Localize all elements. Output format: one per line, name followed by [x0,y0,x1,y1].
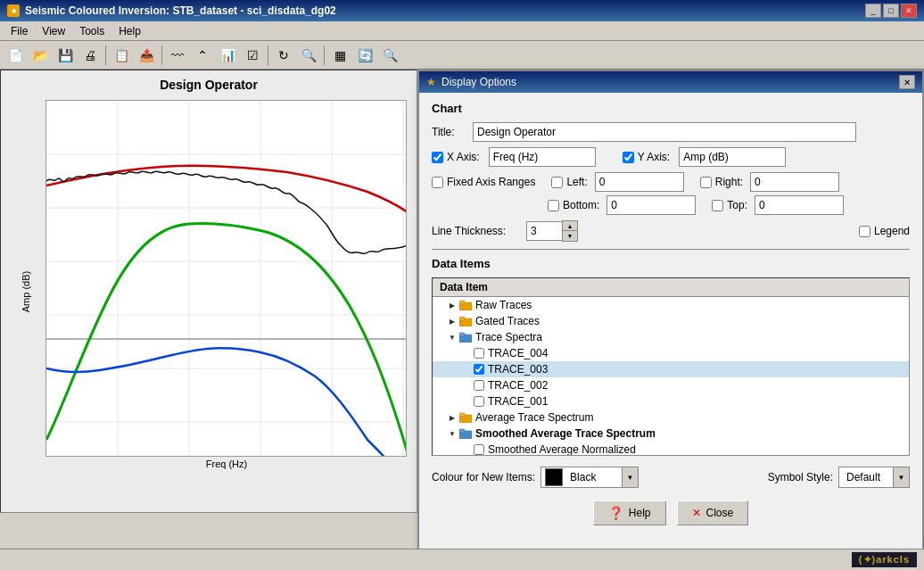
chart-ylabel: Amp (dB) [21,270,31,311]
svg-rect-25 [459,413,465,417]
color-dropdown-arrow[interactable]: ▼ [622,467,638,487]
color-dropdown[interactable]: Black ▼ [540,467,639,488]
menu-file[interactable]: File [4,23,35,39]
toolbar-open[interactable]: 📂 [29,44,52,67]
top-checkbox-label[interactable]: Top: [712,199,747,211]
toolbar-reset[interactable]: 🔄 [353,44,376,67]
spinner-down[interactable]: ▼ [563,231,577,241]
list-item[interactable]: ▼ Trace Spectra [433,329,909,345]
window-close-button[interactable]: ✕ [901,4,917,18]
maximize-button[interactable]: □ [883,4,899,18]
yaxis-checkbox[interactable] [623,152,634,163]
smoothed-norm-checkbox[interactable] [474,444,484,455]
help-label: Help [629,507,651,519]
legend-checkbox-label[interactable]: Legend [859,225,910,237]
line-thickness-spinner[interactable]: ▲ ▼ [526,220,578,242]
toolbar-save[interactable]: 💾 [54,44,77,67]
xaxis-input[interactable] [489,147,596,167]
data-items-tree[interactable]: Data Item ▶ Raw Traces ▶ Gated Traces [432,277,910,456]
toolbar-line[interactable]: 〰 [166,44,189,67]
list-item[interactable]: ▶ Gated Traces [433,313,909,329]
toolbar-refresh[interactable]: ↻ [272,44,295,67]
expand-smoothed-avg[interactable]: ▼ [447,428,458,439]
color-section: Colour for New Items: Black ▼ [432,467,639,488]
yaxis-label: Y Axis: [638,151,670,163]
trace-002-checkbox[interactable] [474,380,484,391]
expand-trace-spectra[interactable]: ▼ [447,332,458,343]
arkcls-logo: (✦)arkcls [852,552,917,567]
color-value: Black [566,471,622,483]
symbol-dropdown[interactable]: Default ▼ [838,467,910,488]
data-items-section: Data Items Data Item ▶ Raw Traces [432,257,910,525]
list-item[interactable]: Smoothed Average Normalized [433,442,909,456]
toolbar-print[interactable]: 🖨 [78,44,102,67]
toolbar-zoom2[interactable]: 🔍 [378,44,401,67]
toolbar-curve[interactable]: ⌃ [191,44,214,67]
menu-help[interactable]: Help [111,23,148,39]
trace-003-checkbox[interactable] [474,364,484,375]
symbol-dropdown-arrow[interactable]: ▼ [893,467,909,487]
divider-1 [432,249,910,250]
dialog-title-bar: ★ Display Options ✕ [419,71,922,93]
right-input[interactable] [750,172,839,192]
expand-avg-trace[interactable]: ▶ [447,412,458,423]
dialog-x-button[interactable]: ✕ [899,75,915,89]
toolbar-bar[interactable]: 📊 [216,44,239,67]
list-item[interactable]: TRACE_002 [433,377,909,393]
list-item[interactable]: TRACE_001 [433,393,909,409]
color-swatch [545,468,563,486]
toolbar-grid[interactable]: ▦ [328,44,351,67]
top-label: Top: [727,199,747,211]
trace-004-checkbox[interactable] [474,348,484,359]
expand-gated-traces[interactable]: ▶ [447,316,458,326]
toolbar-copy[interactable]: 📋 [110,44,133,67]
minimize-button[interactable]: _ [865,4,881,18]
expand-raw-traces[interactable]: ▶ [447,300,458,310]
help-button[interactable]: ❓ Help [593,500,666,525]
trace-001-checkbox[interactable] [474,396,484,407]
title-label: Title: [432,126,467,138]
toolbar: 📄 📂 💾 🖨 📋 📤 〰 ⌃ 📊 ☑ ↻ 🔍 ▦ 🔄 🔍 [0,41,924,70]
left-label: Left: [566,176,587,188]
right-checkbox-label[interactable]: Right: [700,176,743,188]
xaxis-checkbox[interactable] [432,152,443,163]
close-button[interactable]: ✕ Close [677,500,749,525]
title-input[interactable] [473,122,856,142]
list-item[interactable]: ▼ Smoothed Average Trace Spectrum [433,425,909,442]
line-thickness-input[interactable] [526,221,562,241]
left-checkbox[interactable] [551,177,563,188]
fixed-axis-checkbox[interactable] [432,177,443,188]
top-input[interactable] [755,195,844,215]
status-bar: (✦)arkcls [0,549,924,570]
toolbar-check[interactable]: ☑ [241,44,264,67]
toolbar-zoom[interactable]: 🔍 [297,44,320,67]
list-item[interactable]: ▶ Raw Traces [433,297,909,313]
yaxis-checkbox-label[interactable]: Y Axis: [623,151,670,163]
spinner-up[interactable]: ▲ [563,221,577,231]
list-item[interactable]: TRACE_004 [433,345,909,361]
right-checkbox[interactable] [700,177,712,188]
toolbar-new[interactable]: 📄 [4,44,27,67]
menu-view[interactable]: View [35,23,72,39]
avg-trace-label: Average Trace Spectrum [475,411,594,424]
data-items-title: Data Items [432,257,910,270]
bottom-input[interactable] [606,195,696,215]
window-controls[interactable]: _ □ ✕ [865,4,917,18]
dialog-title: Display Options [441,76,516,88]
menu-tools[interactable]: Tools [72,23,111,39]
list-item[interactable]: ▶ Average Trace Spectrum [433,409,909,425]
top-checkbox[interactable] [712,200,723,211]
tree-header: Data Item [433,278,909,297]
bottom-checkbox-label[interactable]: Bottom: [548,199,599,211]
list-item[interactable]: TRACE_003 [433,361,909,377]
legend-checkbox[interactable] [859,226,870,237]
left-input[interactable] [595,172,684,192]
trace-004-label: TRACE_004 [488,347,548,359]
axis-row: X Axis: Y Axis: [432,147,910,167]
yaxis-input[interactable] [679,147,786,167]
bottom-checkbox[interactable] [548,200,559,211]
xaxis-checkbox-label[interactable]: X Axis: [432,151,480,163]
toolbar-export[interactable]: 📤 [135,44,158,67]
left-checkbox-label[interactable]: Left: [551,176,587,188]
fixed-axis-checkbox-label[interactable]: Fixed Axis Ranges [432,176,535,188]
